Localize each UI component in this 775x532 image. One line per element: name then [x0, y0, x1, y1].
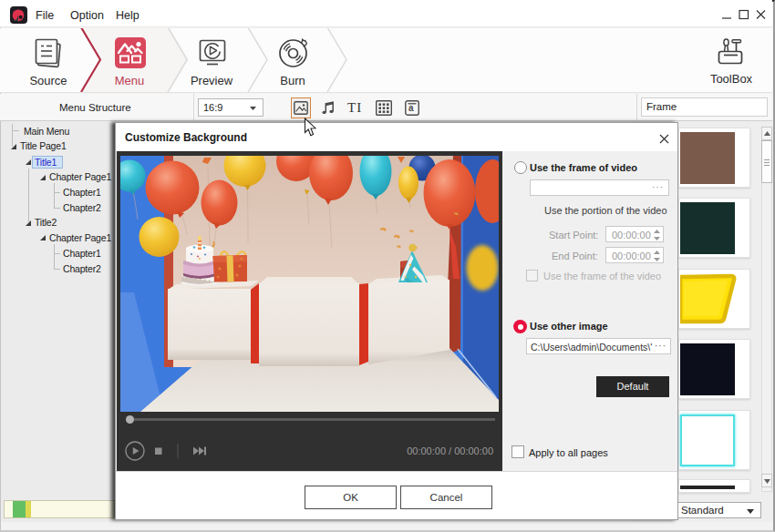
svg-text:a: a: [408, 103, 414, 113]
